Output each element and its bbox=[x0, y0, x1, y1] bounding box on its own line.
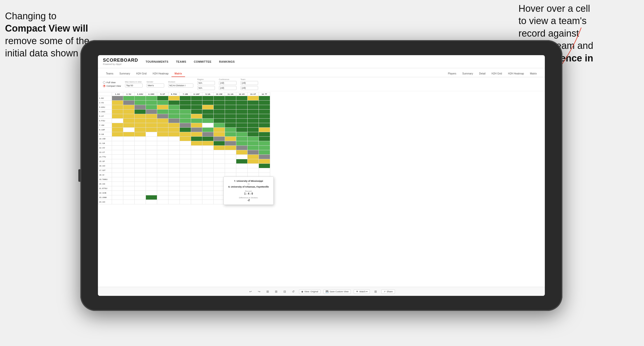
matrix-cell[interactable] bbox=[168, 137, 180, 141]
matrix-cell[interactable] bbox=[191, 150, 202, 155]
matrix-cell[interactable] bbox=[157, 173, 168, 177]
matrix-cell[interactable] bbox=[191, 177, 202, 182]
matrix-cell[interactable] bbox=[214, 132, 225, 137]
matrix-cell[interactable] bbox=[135, 119, 146, 123]
matrix-cell[interactable] bbox=[112, 164, 123, 168]
radio-full-view[interactable]: Full View bbox=[103, 81, 121, 84]
matrix-cell[interactable] bbox=[248, 164, 259, 168]
matrix-cell[interactable] bbox=[248, 168, 259, 173]
tab-detail[interactable]: Detail bbox=[476, 71, 489, 77]
matrix-cell[interactable] bbox=[259, 141, 270, 146]
matrix-cell[interactable] bbox=[157, 96, 168, 101]
matrix-cell[interactable] bbox=[202, 114, 214, 119]
matrix-cell[interactable] bbox=[135, 101, 146, 105]
matrix-cell[interactable] bbox=[225, 159, 236, 164]
matrix-cell[interactable] bbox=[146, 177, 157, 182]
matrix-cell[interactable] bbox=[157, 155, 168, 159]
matrix-cell[interactable] bbox=[112, 114, 123, 119]
matrix-cell[interactable] bbox=[191, 114, 202, 119]
matrix-cell[interactable] bbox=[146, 132, 157, 137]
matrix-cell[interactable] bbox=[248, 155, 259, 159]
matrix-cell[interactable] bbox=[112, 141, 123, 146]
matrix-cell[interactable] bbox=[202, 137, 214, 141]
matrix-cell[interactable] bbox=[202, 155, 214, 159]
matrix-cell[interactable] bbox=[112, 200, 123, 204]
matrix-cell[interactable] bbox=[123, 123, 135, 128]
matrix-cell[interactable] bbox=[236, 159, 248, 164]
matrix-cell[interactable] bbox=[259, 159, 270, 164]
matrix-cell[interactable] bbox=[135, 137, 146, 141]
matrix-cell[interactable] bbox=[157, 150, 168, 155]
matrix-cell[interactable] bbox=[214, 141, 225, 146]
matrix-cell[interactable] bbox=[191, 105, 202, 110]
matrix-cell[interactable] bbox=[123, 164, 135, 168]
matrix-cell[interactable] bbox=[157, 164, 168, 168]
matrix-cell[interactable] bbox=[236, 150, 248, 155]
matrix-cell[interactable] bbox=[157, 137, 168, 141]
matrix-cell[interactable] bbox=[123, 137, 135, 141]
matrix-cell[interactable] bbox=[202, 195, 214, 200]
matrix-cell[interactable] bbox=[214, 195, 225, 200]
matrix-cell[interactable] bbox=[214, 173, 225, 177]
matrix-cell[interactable] bbox=[180, 110, 191, 114]
matrix-cell[interactable] bbox=[248, 105, 259, 110]
matrix-cell[interactable] bbox=[180, 119, 191, 123]
matrix-cell[interactable] bbox=[112, 177, 123, 182]
matrix-cell[interactable] bbox=[112, 195, 123, 200]
matrix-cell[interactable] bbox=[191, 195, 202, 200]
matrix-cell[interactable] bbox=[214, 177, 225, 182]
matrix-cell[interactable] bbox=[225, 168, 236, 173]
matrix-cell[interactable] bbox=[214, 101, 225, 105]
tab-summary-right[interactable]: Summary bbox=[459, 71, 476, 77]
matrix-cell[interactable] bbox=[180, 200, 191, 204]
matrix-cell[interactable] bbox=[135, 200, 146, 204]
matrix-cell[interactable] bbox=[191, 110, 202, 114]
matrix-cell[interactable] bbox=[259, 137, 270, 141]
matrix-cell[interactable] bbox=[180, 177, 191, 182]
matrix-cell[interactable] bbox=[112, 146, 123, 150]
matrix-cell[interactable] bbox=[236, 119, 248, 123]
radio-compact-view[interactable]: Compact View bbox=[103, 85, 121, 87]
matrix-cell[interactable] bbox=[146, 114, 157, 119]
matrix-cell[interactable] bbox=[123, 110, 135, 114]
matrix-cell[interactable] bbox=[135, 177, 146, 182]
matrix-cell[interactable] bbox=[259, 123, 270, 128]
matrix-cell[interactable] bbox=[157, 132, 168, 137]
matrix-cell[interactable] bbox=[259, 105, 270, 110]
tab-summary-left[interactable]: Summary bbox=[116, 71, 133, 77]
matrix-cell[interactable] bbox=[157, 141, 168, 146]
matrix-cell[interactable] bbox=[180, 182, 191, 186]
matrix-cell[interactable] bbox=[168, 119, 180, 123]
matrix-cell[interactable] bbox=[157, 168, 168, 173]
matrix-cell[interactable] bbox=[259, 146, 270, 150]
nav-rankings[interactable]: RANKINGS bbox=[219, 60, 235, 63]
matrix-cell[interactable] bbox=[157, 105, 168, 110]
matrix-cell[interactable] bbox=[202, 96, 214, 101]
matrix-cell[interactable] bbox=[191, 155, 202, 159]
tab-players[interactable]: Players bbox=[445, 71, 459, 77]
matrix-cell[interactable] bbox=[146, 182, 157, 186]
toolbar-undo[interactable]: ↩ bbox=[248, 289, 253, 294]
matrix-cell[interactable] bbox=[191, 182, 202, 186]
matrix-cell[interactable] bbox=[259, 119, 270, 123]
matrix-cell[interactable] bbox=[180, 159, 191, 164]
matrix-cell[interactable] bbox=[123, 150, 135, 155]
matrix-cell[interactable] bbox=[157, 191, 168, 195]
matrix-cell[interactable] bbox=[180, 150, 191, 155]
matrix-cell[interactable] bbox=[191, 200, 202, 204]
nav-tournaments[interactable]: TOURNAMENTS bbox=[146, 60, 168, 63]
matrix-cell[interactable] bbox=[236, 141, 248, 146]
matrix-cell[interactable] bbox=[248, 132, 259, 137]
matrix-cell[interactable] bbox=[146, 164, 157, 168]
matrix-cell[interactable] bbox=[259, 164, 270, 168]
matrix-cell[interactable] bbox=[146, 96, 157, 101]
matrix-cell[interactable] bbox=[202, 173, 214, 177]
matrix-cell[interactable] bbox=[180, 105, 191, 110]
matrix-cell[interactable] bbox=[191, 101, 202, 105]
matrix-cell[interactable] bbox=[191, 119, 202, 123]
matrix-cell[interactable] bbox=[202, 128, 214, 132]
matrix-cell[interactable] bbox=[214, 186, 225, 191]
matrix-cell[interactable] bbox=[135, 128, 146, 132]
matrix-cell[interactable] bbox=[135, 110, 146, 114]
toolbar-save-custom-view[interactable]: 💾 Save Custom View bbox=[323, 289, 351, 294]
